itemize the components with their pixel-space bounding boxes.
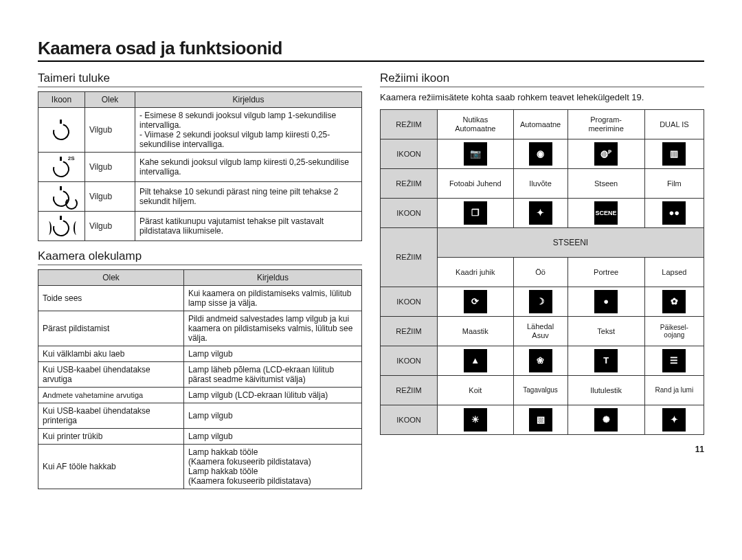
scene-name: Rand ja lumi bbox=[644, 375, 704, 405]
table-row: 2S Vilgub Kahe sekundi jooksul vilgub la… bbox=[38, 153, 362, 182]
scene-header-row: REŽIIM STSEENI bbox=[381, 227, 704, 257]
mode-dualis-icon: ▥ bbox=[662, 142, 686, 166]
table-row: Andmete vahetamine arvutigaLamp vilgub (… bbox=[38, 388, 362, 403]
statuslamp-desc: Kui kaamera on pildistamiseks valmis, lü… bbox=[183, 286, 361, 311]
mode-table: REŽIIM Nutikas Automaatne Automaatne Pro… bbox=[380, 109, 704, 435]
mode-lead-text: Kaamera režiimisätete kohta saab rohkem … bbox=[380, 91, 704, 104]
scene-closeup-icon: ❀ bbox=[529, 349, 552, 372]
table-row: Kui USB-kaabel ühendatakse arvutigaLamp … bbox=[38, 362, 362, 388]
statuslamp-desc: Lamp vilgub bbox=[183, 429, 361, 445]
table-row: Vilgub - Esimese 8 sekundi jooksul vilgu… bbox=[38, 108, 362, 153]
scene-row-names: REŽIIM Maastik Lähedal Asuv Tekst Päikes… bbox=[381, 316, 704, 346]
statuslamp-status: Kui printer trükib bbox=[38, 429, 184, 445]
mode-auto-icon: ◉ bbox=[529, 142, 552, 166]
timer-motion-icon bbox=[53, 214, 71, 238]
mode-name: Iluvõte bbox=[513, 168, 567, 198]
timer-row-desc: Pärast katikunupu vajutamist tehakse pil… bbox=[135, 212, 362, 241]
mode-rowlabel: IKOON bbox=[381, 287, 438, 316]
two-column-layout: Taimeri tuluke Ikoon Olek Kirjeldus Vilg… bbox=[38, 71, 704, 489]
scene-name: Tagavalgus bbox=[513, 375, 567, 405]
table-row: Kui USB-kaabel ühendatakse printerigaLam… bbox=[38, 403, 362, 429]
mode-name: Fotoabi Juhend bbox=[438, 168, 514, 198]
mode-rowlabel: REŽIIM bbox=[381, 227, 438, 287]
scene-row-icons: IKOON ☀ ▧ ✺ ✦ bbox=[381, 405, 704, 434]
mode-name: Automaatne bbox=[513, 109, 567, 139]
timer-row-status: Vilgub bbox=[85, 182, 135, 212]
timer-double-icon bbox=[53, 185, 71, 208]
table-row: Kui printer trükibLamp vilgub bbox=[38, 429, 362, 445]
statuslamp-table: Olek Kirjeldus Toide seesKui kaamera on … bbox=[38, 269, 362, 489]
scene-fireworks-icon: ✺ bbox=[594, 408, 618, 432]
scene-backlight-icon: ▧ bbox=[529, 408, 552, 432]
timer-row-status: Vilgub bbox=[85, 153, 135, 182]
timer-heading: Taimeri tuluke bbox=[38, 71, 362, 87]
timer-row-status: Vilgub bbox=[85, 108, 135, 153]
mode-beauty-icon: ✦ bbox=[529, 201, 552, 225]
timer-row-desc: Kahe sekundi jooksul vilgub lamp kiirest… bbox=[135, 153, 362, 182]
scene-row-icons: IKOON ▲ ❀ T ☰ bbox=[381, 346, 704, 375]
scene-name: Ilutulestik bbox=[567, 375, 644, 405]
timer-2s-icon: 2S bbox=[53, 155, 71, 179]
table-row: Vilgub Pilt tehakse 10 sekundi pärast ni… bbox=[38, 182, 362, 212]
scene-row-names: REŽIIM Koit Tagavalgus Ilutulestik Rand … bbox=[381, 375, 704, 405]
scene-name: Öö bbox=[513, 257, 567, 287]
mode-name: Film bbox=[644, 168, 704, 198]
mode-movie-icon: ●● bbox=[662, 201, 686, 225]
statuslamp-desc: Pildi andmeid salvestades lamp vilgub ja… bbox=[183, 311, 361, 346]
scene-name: Portree bbox=[567, 257, 644, 287]
mode-guide-icon: ❐ bbox=[464, 201, 487, 225]
statuslamp-status: Kui USB-kaabel ühendatakse arvutiga bbox=[38, 362, 184, 388]
scene-night-icon: ☽ bbox=[529, 290, 552, 313]
timer-row-desc: - Esimese 8 sekundi jooksul vilgub lamp … bbox=[135, 108, 362, 153]
mode-row-names: REŽIIM Fotoabi Juhend Iluvõte Stseen Fil… bbox=[381, 168, 704, 198]
mode-name: Program- meerimine bbox=[567, 109, 644, 139]
table-row: Pärast pildistamistPildi andmeid salvest… bbox=[38, 311, 362, 346]
mode-rowlabel: REŽIIM bbox=[381, 109, 438, 139]
mode-rowlabel: IKOON bbox=[381, 346, 438, 375]
scene-landscape-icon: ▲ bbox=[464, 349, 487, 372]
statuslamp-desc: Lamp vilgub bbox=[183, 403, 361, 429]
mode-name: Nutikas Automaatne bbox=[438, 109, 514, 139]
statuslamp-status: Kui välklambi aku laeb bbox=[38, 346, 184, 362]
scene-name: Koit bbox=[438, 375, 514, 405]
statuslamp-status: Andmete vahetamine arvutiga bbox=[38, 388, 184, 403]
right-column: Režiimi ikoon Kaamera režiimisätete koht… bbox=[380, 71, 704, 489]
scene-name: Lähedal Asuv bbox=[513, 316, 567, 346]
mode-rowlabel: REŽIIM bbox=[381, 168, 438, 198]
statuslamp-desc: Lamp vilgub (LCD-ekraan lülitub välja) bbox=[183, 388, 361, 403]
statuslamp-status: Kui USB-kaabel ühendatakse printeriga bbox=[38, 403, 184, 429]
timer-hdr-desc: Kirjeldus bbox=[135, 92, 362, 108]
mode-rowlabel: REŽIIM bbox=[381, 375, 438, 405]
scene-row-icons: IKOON ⟳ ☽ ● ✿ bbox=[381, 287, 704, 316]
statuslamp-desc: Lamp läheb põlema (LCD-ekraan lülitub pä… bbox=[183, 362, 361, 388]
mode-smart-auto-icon: 📷 bbox=[464, 142, 487, 166]
scene-sunset-icon: ☰ bbox=[662, 349, 686, 372]
scene-beachsnow-icon: ✦ bbox=[662, 408, 686, 432]
table-row: Kui välklambi aku laebLamp vilgub bbox=[38, 346, 362, 362]
timer-hdr-icon: Ikoon bbox=[38, 92, 85, 108]
scene-portrait-icon: ● bbox=[594, 290, 618, 313]
left-column: Taimeri tuluke Ikoon Olek Kirjeldus Vilg… bbox=[38, 71, 362, 489]
scene-text-icon: T bbox=[594, 349, 618, 372]
mode-name: DUAL IS bbox=[644, 109, 704, 139]
mode-scene-icon: SCENE bbox=[594, 201, 618, 225]
statuslamp-status: Toide sees bbox=[38, 286, 184, 311]
table-row: Vilgub Pärast katikunupu vajutamist teha… bbox=[38, 212, 362, 241]
mode-row-icons: IKOON ❐ ✦ SCENE ●● bbox=[381, 198, 704, 227]
statuslamp-heading: Kaamera olekulamp bbox=[38, 249, 362, 265]
mode-row-names: REŽIIM Nutikas Automaatne Automaatne Pro… bbox=[381, 109, 704, 139]
mode-name: Stseen bbox=[567, 168, 644, 198]
mode-rowlabel: REŽIIM bbox=[381, 316, 438, 346]
mode-rowlabel: IKOON bbox=[381, 405, 438, 434]
mode-rowlabel: IKOON bbox=[381, 139, 438, 168]
scene-name: Tekst bbox=[567, 316, 644, 346]
page-title: Kaamera osad ja funktsioonid bbox=[38, 38, 704, 62]
table-row: Toide seesKui kaamera on pildistamiseks … bbox=[38, 286, 362, 311]
statuslamp-hdr-status: Olek bbox=[38, 270, 184, 286]
page-number: 11 bbox=[380, 445, 704, 454]
scene-header: STSEENI bbox=[438, 227, 704, 257]
timer-table: Ikoon Olek Kirjeldus Vilgub - Esimese 8 … bbox=[38, 91, 362, 241]
timer-row-status: Vilgub bbox=[85, 212, 135, 241]
statuslamp-status: Pärast pildistamist bbox=[38, 311, 184, 346]
statuslamp-hdr-desc: Kirjeldus bbox=[183, 270, 361, 286]
